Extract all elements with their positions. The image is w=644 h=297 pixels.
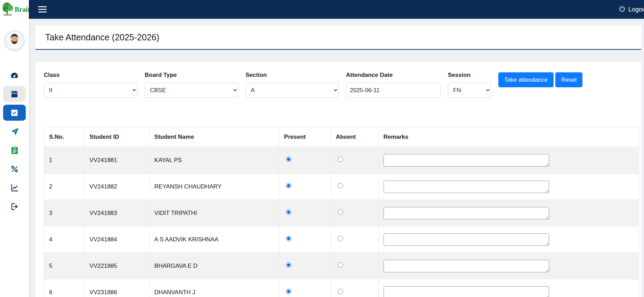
session-filter-group: Session FN [448,72,491,98]
cell-absent [331,174,378,200]
present-radio[interactable] [286,262,291,268]
cell-present [279,279,331,297]
cell-present [279,174,331,200]
cell-present [279,226,331,253]
absent-radio[interactable] [338,156,343,162]
absent-radio[interactable] [338,262,343,268]
board-type-select[interactable]: CBSE [145,83,238,98]
sign-out-icon [10,202,19,211]
page-title: Take Attendance (2025-2026) [45,32,159,42]
cell-student-id: VV241882 [84,174,149,200]
top-navbar: Logout [29,0,644,19]
absent-radio[interactable] [338,183,343,188]
tree-logo-icon [2,2,14,17]
cell-absent [331,200,378,226]
cell-student-id: VV221885 [84,253,149,279]
app-root: Brain [0,0,644,297]
cell-absent [331,253,378,279]
cell-absent [331,279,378,297]
sidebar-item-chart[interactable] [3,180,26,196]
cell-student-name: REYANSH CHAUDHARY [149,174,279,200]
filter-row: Class II Board Type CBSE Section A [44,72,639,98]
remarks-textarea[interactable] [384,233,549,246]
present-radio[interactable] [286,209,291,215]
present-radio[interactable] [286,156,291,162]
present-radio[interactable] [286,236,291,241]
cell-remarks [378,174,639,200]
cell-sno: 5 [44,253,84,279]
cell-student-id: VV241883 [84,200,149,226]
percent-icon [10,165,19,173]
clipboard-icon [11,146,18,154]
absent-radio[interactable] [338,236,343,241]
cell-student-name: KAYAL PS [149,147,279,174]
remarks-textarea[interactable] [384,286,549,297]
attendance-date-filter-group: Attendance Date [346,72,441,98]
take-attendance-button[interactable]: Take attendance [498,72,554,87]
cell-student-name: VIDIT TRIPATHI [149,200,279,226]
cell-student-id: VV241881 [84,147,149,174]
absent-radio[interactable] [338,209,343,215]
cell-remarks [378,200,639,226]
logout-label: Logout [628,6,644,13]
section-filter-group: Section A [245,72,339,98]
sidebar-item-signout[interactable] [3,199,26,215]
cell-remarks [378,226,639,253]
session-select[interactable]: FN [448,83,491,98]
calendar-icon [10,90,18,98]
attendance-table: S.No.Student IDStudent NamePresentAbsent… [44,127,639,297]
hamburger-menu-icon[interactable] [38,6,47,13]
cell-absent [331,147,378,174]
main-column: Logout Take Attendance (2025-2026) Class… [29,0,644,297]
cell-sno: 2 [44,174,84,200]
cell-student-name: BHARGAVA E D [149,253,279,279]
brand-logo[interactable]: Brain [0,0,29,19]
paper-plane-icon [10,127,19,136]
cell-absent [331,226,378,253]
sidebar-item-attendance[interactable] [3,105,26,121]
column-header: Absent [331,127,378,147]
sidebar-item-percent[interactable] [3,161,26,177]
class-label: Class [44,72,137,79]
sidebar-item-speedometer[interactable] [3,67,26,83]
present-radio[interactable] [286,183,291,188]
remarks-textarea[interactable] [384,154,549,167]
table-row: 4 VV241884 A S AADVIK KRISHNAA [44,226,639,253]
cell-remarks [378,253,639,279]
attendance-date-label: Attendance Date [346,72,441,79]
page-title-card: Take Attendance (2025-2026) [35,25,641,50]
filter-actions: Take attendance Reset [498,72,582,87]
cell-sno: 6 [44,279,84,297]
logout-button[interactable]: Logout [619,5,644,14]
sidebar-item-send[interactable] [3,123,26,139]
cell-remarks [378,279,639,297]
column-header: Remarks [378,127,639,147]
attendance-date-input[interactable] [346,83,441,98]
cell-sno: 4 [44,226,84,253]
remarks-textarea[interactable] [384,207,549,219]
remarks-textarea[interactable] [384,260,549,272]
table-row: 6 VV231886 DHANVANTH J [44,279,639,297]
section-label: Section [245,72,339,79]
class-select[interactable]: II [44,83,137,98]
cell-student-name: A S AADVIK KRISHNAA [149,226,279,253]
board-type-filter-group: Board Type CBSE [145,72,238,98]
sidebar: Brain [0,0,29,297]
board-type-label: Board Type [145,72,238,79]
reset-button[interactable]: Reset [555,72,582,87]
section-select[interactable]: A [245,83,339,98]
cell-student-name: DHANVANTH J [149,279,279,297]
sidebar-item-report[interactable] [3,142,26,158]
user-avatar[interactable] [5,31,24,50]
column-header: S.No. [44,127,84,147]
present-radio[interactable] [286,289,291,294]
remarks-textarea[interactable] [384,180,549,193]
power-icon [619,5,626,14]
class-filter-group: Class II [44,72,137,98]
session-label: Session [448,72,491,79]
cell-present [279,200,331,226]
absent-radio[interactable] [338,289,343,294]
table-row: 1 VV241881 KAYAL PS [44,147,639,174]
sidebar-item-calendar[interactable] [3,86,26,102]
cell-remarks [378,147,639,174]
